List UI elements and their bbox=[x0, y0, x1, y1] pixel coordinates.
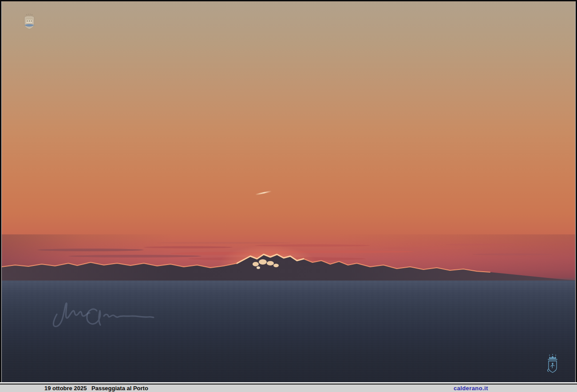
horizon-cloud-band bbox=[2, 241, 575, 284]
blue-crest-icon bbox=[545, 353, 560, 375]
caption-title: Passeggiata al Porto bbox=[91, 385, 148, 392]
caption-date: 19 ottobre 2025 bbox=[44, 385, 87, 392]
photo-bottom-separator bbox=[0, 382, 577, 384]
site-brand-label: calderano.it bbox=[454, 385, 488, 392]
cloud-silhouette bbox=[2, 254, 575, 281]
photo-frame bbox=[0, 0, 577, 382]
screenshot-root: 19 ottobre 2025 Passeggiata al Porto cal… bbox=[0, 0, 577, 392]
caption-bar: 19 ottobre 2025 Passeggiata al Porto cal… bbox=[0, 384, 577, 392]
coat-of-arms-watermark-icon bbox=[22, 13, 36, 31]
sunset-photo[interactable] bbox=[2, 1, 575, 382]
frame-keyline-right bbox=[575, 1, 576, 382]
signature-watermark bbox=[51, 296, 156, 330]
